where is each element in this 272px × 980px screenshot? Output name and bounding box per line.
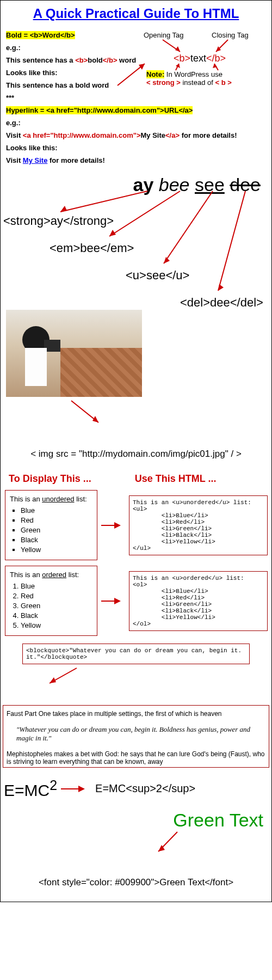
- arrow-img: [66, 400, 109, 427]
- green-text-display: Green Text: [1, 810, 271, 831]
- list-item: Red: [21, 592, 92, 600]
- arrow-right-icon: [60, 783, 87, 794]
- arrow-blockquote: [44, 667, 88, 686]
- link-rend-post: for more details!: [47, 156, 104, 164]
- note-b: < b >: [215, 78, 231, 87]
- list-item: Blue: [21, 582, 92, 590]
- opening-tag-label: Opening Tag: [144, 31, 184, 39]
- list-item: Black: [21, 611, 92, 620]
- arrow-opening: [157, 39, 190, 55]
- bold-rend-word: bold: [75, 81, 90, 89]
- bold-rule: Bold = <b>Word</b>: [6, 31, 75, 39]
- tag-em: <em>bee</em>: [50, 241, 134, 255]
- eg-label: e.g.:: [6, 44, 137, 52]
- tag-u: <u>see</u>: [126, 268, 189, 283]
- svg-marker-23: [114, 598, 121, 604]
- faust-quote: "Whatever you can do or dream you can, b…: [16, 725, 256, 743]
- ol-intro-post: list:: [66, 571, 79, 579]
- emc-code: E=MC<sup>2</sup>: [95, 782, 195, 795]
- tag-text: text: [190, 53, 206, 64]
- faust-box: Faust Part One takes place in multiple s…: [3, 705, 269, 768]
- svg-line-16: [218, 191, 245, 291]
- list-item: Green: [21, 602, 92, 610]
- list-item: Black: [21, 536, 92, 544]
- bold-ex-open: <b>: [75, 56, 88, 64]
- tag-del: <del>dee</del>: [180, 296, 263, 310]
- list-item: Yellow: [21, 546, 92, 554]
- bold-ex-word: bold: [88, 56, 102, 64]
- col-display: To Display This ...: [9, 473, 91, 485]
- svg-marker-5: [176, 64, 180, 68]
- arrow-right-icon: [100, 596, 122, 607]
- list-item: Green: [21, 526, 92, 534]
- ul-display-box: This is an unordered list: Blue Red Gree…: [5, 490, 97, 560]
- emc-sup: 2: [50, 777, 57, 793]
- font-tag-code: <font style="color: #009900">Green Text<…: [1, 877, 271, 888]
- closing-tag-label: Closing Tag: [212, 31, 249, 39]
- looks-like-2: Looks like this:: [6, 144, 266, 152]
- faust-outro: Mephistopheles makes a bet with God: he …: [7, 750, 265, 765]
- link-ex-close: </a>: [165, 131, 180, 139]
- arrow-green: [153, 831, 186, 855]
- faust-intro: Faust Part One takes place in multiple s…: [7, 710, 265, 718]
- svg-marker-27: [78, 786, 85, 792]
- stars: ***: [6, 94, 137, 102]
- hyperlink-rule: Hyperlink = <a href="http://www.domain.c…: [6, 106, 193, 114]
- svg-marker-25: [50, 677, 56, 683]
- arrow-to-tag-demo: [115, 61, 153, 88]
- note-instead: instead of: [181, 78, 215, 87]
- list-item: Blue: [21, 506, 92, 514]
- ul-intro-pre: This is an: [10, 495, 42, 503]
- sample-image: [6, 310, 142, 397]
- arrow-dee: [213, 190, 256, 296]
- svg-marker-15: [164, 257, 170, 264]
- list-item: Yellow: [21, 621, 92, 629]
- svg-marker-9: [139, 64, 145, 70]
- svg-marker-17: [218, 284, 224, 291]
- link-ex-post: for more details!: [180, 131, 237, 139]
- arrow-closing: [212, 39, 244, 55]
- emc-display: E=MC2: [4, 777, 57, 800]
- svg-line-14: [164, 191, 213, 264]
- bold-rend-post: word: [90, 81, 109, 89]
- bold-ex-pre: This sentence has a: [6, 56, 75, 64]
- eg-label-2: e.g.:: [6, 119, 266, 127]
- link-rend-text[interactable]: My Site: [23, 156, 48, 164]
- list-item: Red: [21, 516, 92, 524]
- svg-marker-19: [92, 416, 98, 422]
- bold-rend-pre: This sentence has a: [6, 81, 75, 89]
- page-title: A Quick Practical Guide To HTML: [1, 1, 271, 27]
- link-ex-pre: Visit: [6, 131, 23, 139]
- link-ex-open: <a href="http://www.domain.com">: [23, 131, 141, 139]
- col-html: Use This HTML ...: [135, 473, 217, 485]
- ol-intro-word: ordered: [42, 571, 66, 579]
- ol-display-box: This is an ordered list: Blue Red Green …: [5, 566, 97, 636]
- ul-code-box: This is an <u>unordered</u> list: <ul> <…: [129, 495, 268, 555]
- img-tag-code: < img src = "http://mydomain.com/img/pic…: [1, 449, 271, 460]
- link-rend-pre: Visit: [6, 156, 23, 164]
- ul-intro-post: list:: [75, 495, 87, 503]
- ol-intro-pre: This is an: [10, 571, 42, 579]
- link-ex-text: My Site: [140, 131, 165, 139]
- blockquote-code-box: <blockquote>"Whatever you can do or drea…: [22, 644, 250, 664]
- note-text: In WordPress use: [164, 70, 222, 78]
- arrow-right-icon: [100, 520, 122, 531]
- ol-code-box: This is an <u>ordered</u> list: <ol> <li…: [129, 571, 268, 631]
- svg-marker-21: [114, 522, 121, 529]
- ul-intro-word: unordered: [42, 495, 74, 503]
